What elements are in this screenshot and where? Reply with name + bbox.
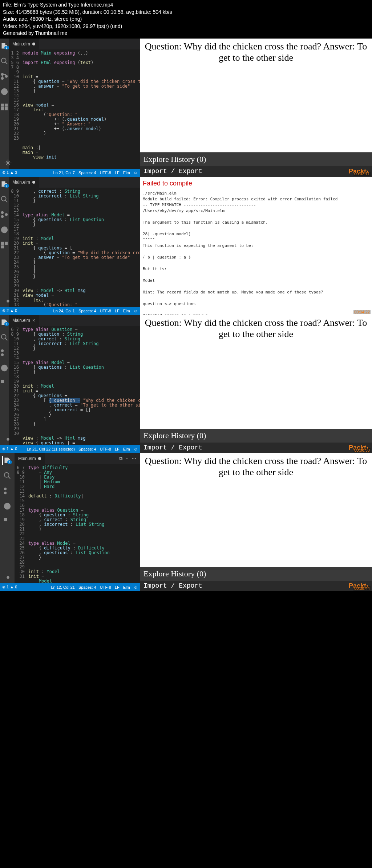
source-control-icon[interactable] xyxy=(0,348,9,357)
extensions-icon[interactable] xyxy=(0,379,9,388)
eol[interactable]: LF xyxy=(115,309,120,313)
import-export-label: Import / Export xyxy=(143,444,202,451)
error-title: Failed to compile xyxy=(143,180,369,187)
debug-icon[interactable] xyxy=(0,364,9,372)
line-numbers: 8 9 10 11 12 13 14 15 16 17 18 19 20 21 … xyxy=(9,188,23,307)
encoding[interactable]: UTF-8 xyxy=(100,585,111,589)
eol[interactable]: LF xyxy=(115,585,120,589)
feedback-icon[interactable]: ☺ xyxy=(134,585,138,589)
feedback-icon[interactable]: ☺ xyxy=(134,447,138,451)
vscode-editor: 1 Main.elm ⧉▫⋯ 8 9 10 11 12 13 14 15 16 … xyxy=(0,177,140,315)
debug-history-header[interactable]: Explore History (0) xyxy=(140,152,372,166)
files-icon[interactable]: 1 xyxy=(2,456,11,465)
code-content[interactable]: module Main exposing (..) import Html ex… xyxy=(23,49,140,169)
settings-gear-icon[interactable] xyxy=(4,573,12,582)
cursor-position[interactable]: Ln 24, Col 1 xyxy=(53,309,75,313)
settings-gear-icon[interactable] xyxy=(4,297,12,305)
browser-preview: Question: Why did the chicken cross the … xyxy=(140,39,372,177)
feedback-icon[interactable]: ☺ xyxy=(134,309,138,313)
files-icon[interactable]: 1 xyxy=(0,180,8,188)
svg-point-13 xyxy=(1,212,4,214)
debug-history-header[interactable]: Explore History (0) xyxy=(140,429,372,443)
debug-history-header[interactable]: Explore History (0) xyxy=(140,567,372,581)
extensions-icon[interactable] xyxy=(3,517,12,526)
status-bar: ⊗ 1 ▲ 0 Ln 21, Col 22 (11 selected) Spac… xyxy=(0,445,140,453)
problems-count[interactable]: ⊗ 1 ▲ 0 xyxy=(2,447,17,451)
svg-point-27 xyxy=(7,438,9,440)
debug-icon[interactable] xyxy=(3,502,12,511)
problems-count[interactable]: ⊗ 1 ▲ 3 xyxy=(2,170,17,175)
eol[interactable]: LF xyxy=(115,447,120,451)
problems-count[interactable]: ⊗ 1 ▲ 0 xyxy=(2,585,17,589)
svg-point-25 xyxy=(1,365,8,371)
settings-gear-icon[interactable] xyxy=(4,435,12,444)
svg-rect-8 xyxy=(1,108,4,110)
search-icon[interactable] xyxy=(0,195,9,204)
meta-audio: Audio: aac, 48000 Hz, stereo (eng) xyxy=(3,16,369,23)
compare-icon[interactable]: ⧉ xyxy=(119,456,122,461)
extensions-icon[interactable] xyxy=(0,241,9,249)
debug-icon[interactable] xyxy=(0,87,9,96)
source-control-icon[interactable] xyxy=(0,210,9,219)
encoding[interactable]: UTF-8 xyxy=(100,447,111,451)
feedback-icon[interactable]: ☺ xyxy=(134,171,138,175)
indent-setting[interactable]: Spaces: 4 xyxy=(78,309,96,313)
source-control-icon[interactable] xyxy=(0,72,9,81)
editor-tab[interactable]: Main.elm xyxy=(9,177,39,188)
thumbnail-2: 1 Main.elm ⧉▫⋯ 8 9 10 11 12 13 14 15 16 … xyxy=(0,177,372,315)
meta-generated: Generated by Thumbnail me xyxy=(3,30,369,37)
language-mode[interactable]: Elm xyxy=(123,585,130,589)
files-icon[interactable]: 1 xyxy=(0,318,8,327)
file-metadata: File: Elm's Type System and Type Inferen… xyxy=(0,0,372,39)
split-editor-icon[interactable]: ▫ xyxy=(126,456,128,461)
indent-setting[interactable]: Spaces: 4 xyxy=(78,447,96,451)
tab-bar: Main.elm ⧉▫⋯ xyxy=(9,177,140,188)
code-content[interactable]: , correct : String , incorrect : List St… xyxy=(23,188,140,307)
debug-import-export[interactable]: Import / Export Packt› xyxy=(140,166,372,177)
svg-rect-18 xyxy=(5,242,7,244)
error-message: Module build failed: Error: Compiler pro… xyxy=(143,197,369,201)
debug-icon[interactable] xyxy=(0,225,9,234)
indent-setting[interactable]: Spaces: 4 xyxy=(78,171,96,175)
extensions-icon[interactable] xyxy=(0,103,9,111)
cursor-position[interactable]: Ln 12, Col 21 xyxy=(51,585,74,589)
cursor-position[interactable]: Ln 21, Col 7 xyxy=(53,171,75,175)
code-content[interactable]: type alias Question = { question : Strin… xyxy=(23,326,140,445)
language-mode[interactable]: Elm xyxy=(123,171,130,175)
thumbnail-3: 1 Main.elm × ⧉▫⋯ 6 7 8 9 10 11 12 13 14 … xyxy=(0,315,372,453)
source-control-icon[interactable] xyxy=(3,487,12,495)
search-icon[interactable] xyxy=(0,333,9,342)
encoding[interactable]: UTF-8 xyxy=(100,171,111,175)
indent-setting[interactable]: Spaces: 4 xyxy=(78,585,96,589)
editor-tab[interactable]: Main.elm xyxy=(9,39,39,49)
debug-import-export[interactable]: Import / Export Packt› xyxy=(140,581,372,591)
cursor-position[interactable]: Ln 21, Col 22 (11 selected) xyxy=(27,447,75,451)
thumbnail-1: 1 Main.elm ⧉ ▫ ⋯ xyxy=(0,39,372,177)
problems-count[interactable]: ⊗ 2 ▲ 0 xyxy=(2,308,17,313)
activity-bar: 1 xyxy=(0,453,15,583)
search-icon[interactable] xyxy=(0,57,9,65)
editor-tab[interactable]: Main.elm × xyxy=(9,315,39,326)
debug-import-export[interactable]: Import / Export Packt› xyxy=(140,443,372,453)
vscode-editor: 1 Main.elm ⧉ ▫ ⋯ xyxy=(0,39,140,177)
close-icon[interactable]: × xyxy=(32,317,35,323)
svg-rect-7 xyxy=(5,104,7,106)
eol[interactable]: LF xyxy=(115,171,120,175)
language-mode[interactable]: Elm xyxy=(123,309,130,313)
more-icon[interactable]: ⋯ xyxy=(132,456,136,461)
search-icon[interactable] xyxy=(3,471,12,480)
editor-tab[interactable]: Main.elm xyxy=(15,453,45,464)
svg-rect-6 xyxy=(1,104,4,106)
code-content[interactable]: type Difficulty = Any | Easy | Medium | … xyxy=(28,464,140,583)
tab-filename: Main.elm xyxy=(12,318,30,323)
svg-point-11 xyxy=(1,196,6,201)
error-caret: ^^^^^ xyxy=(143,237,369,242)
error-hint: Hint: The record fields do not match up.… xyxy=(143,290,369,295)
error-code-line: 28| .question model) xyxy=(143,232,369,236)
language-mode[interactable]: Elm xyxy=(123,447,130,451)
status-bar: ⊗ 2 ▲ 0 Ln 24, Col 1 Spaces: 4 UTF-8 LF … xyxy=(0,307,140,315)
vscode-editor: 1 Main.elm × ⧉▫⋯ 6 7 8 9 10 11 12 13 14 … xyxy=(0,315,140,453)
encoding[interactable]: UTF-8 xyxy=(100,309,111,313)
files-icon[interactable]: 1 xyxy=(0,41,8,50)
settings-gear-icon[interactable] xyxy=(4,159,12,167)
